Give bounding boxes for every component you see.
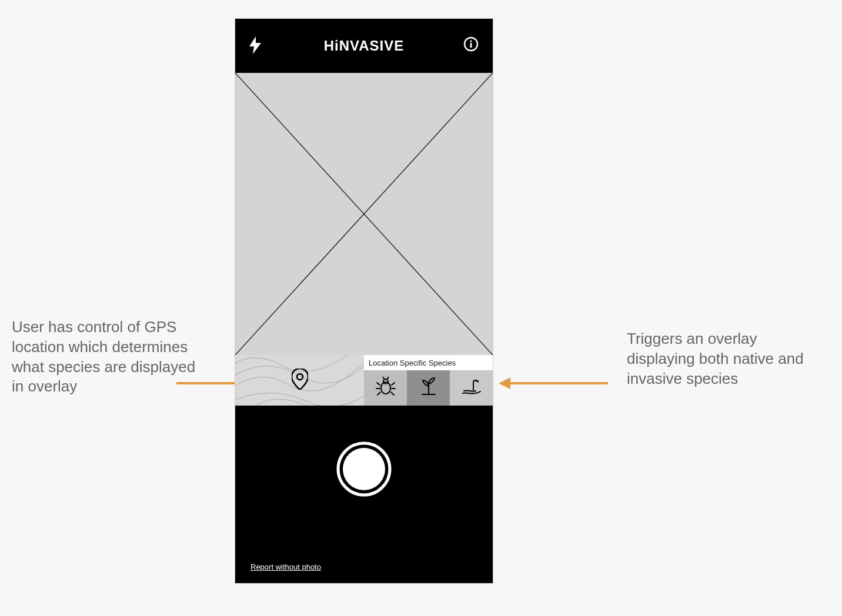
svg-line-14 — [392, 383, 395, 385]
mid-toolbar: Location Specific Species — [235, 355, 493, 406]
svg-point-23 — [476, 381, 476, 381]
svg-line-13 — [377, 383, 380, 385]
snake-icon — [460, 378, 483, 398]
app-header: HiNVASIVE — [235, 19, 493, 73]
svg-marker-4 — [249, 36, 261, 54]
phone-frame: HiNVASIVE — [235, 19, 493, 583]
svg-line-17 — [377, 392, 380, 395]
annotation-arrow-right — [499, 376, 608, 390]
camera-controls: Report without photo — [235, 406, 493, 583]
species-bug-button[interactable] — [364, 370, 407, 406]
species-panel-label: Location Specific Species — [364, 355, 493, 370]
svg-point-10 — [297, 374, 303, 380]
svg-point-25 — [343, 448, 385, 490]
camera-viewport-placeholder — [235, 73, 493, 355]
svg-marker-3 — [499, 377, 510, 389]
annotation-species: Triggers an overlay displaying both nati… — [627, 329, 821, 389]
app-title: HiNVASIVE — [324, 38, 405, 54]
species-snake-button[interactable] — [450, 370, 493, 406]
flash-icon[interactable] — [249, 36, 261, 56]
svg-rect-7 — [470, 43, 472, 48]
bug-icon — [376, 377, 396, 399]
shutter-button[interactable] — [336, 441, 392, 500]
gps-location-button[interactable] — [235, 355, 364, 406]
diagram-canvas: User has control of GPS location which d… — [0, 0, 842, 616]
svg-line-19 — [383, 377, 384, 379]
species-panel: Location Specific Species — [364, 355, 493, 406]
info-icon[interactable] — [463, 36, 479, 54]
plant-icon — [419, 377, 439, 399]
map-pin-icon — [292, 369, 308, 392]
report-without-photo-link[interactable]: Report without photo — [250, 563, 321, 571]
species-plant-button[interactable] — [407, 370, 450, 406]
svg-line-20 — [387, 377, 389, 379]
svg-point-6 — [470, 40, 472, 42]
svg-line-18 — [391, 392, 394, 395]
